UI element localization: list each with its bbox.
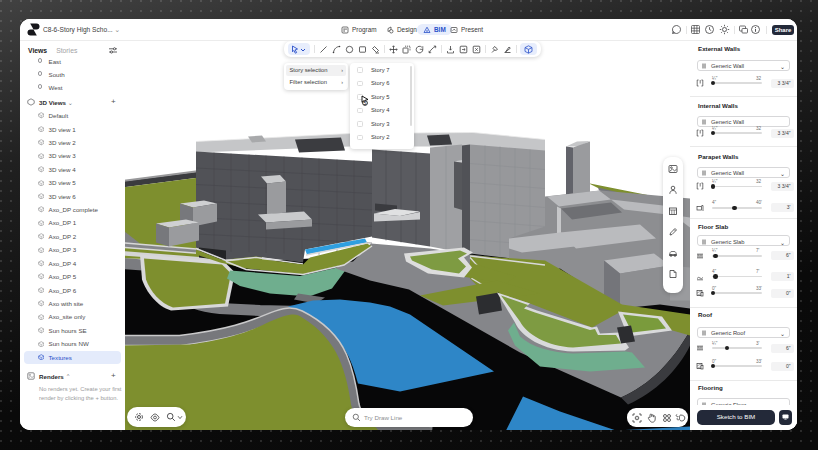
svg-text:5: 5: [364, 99, 367, 105]
